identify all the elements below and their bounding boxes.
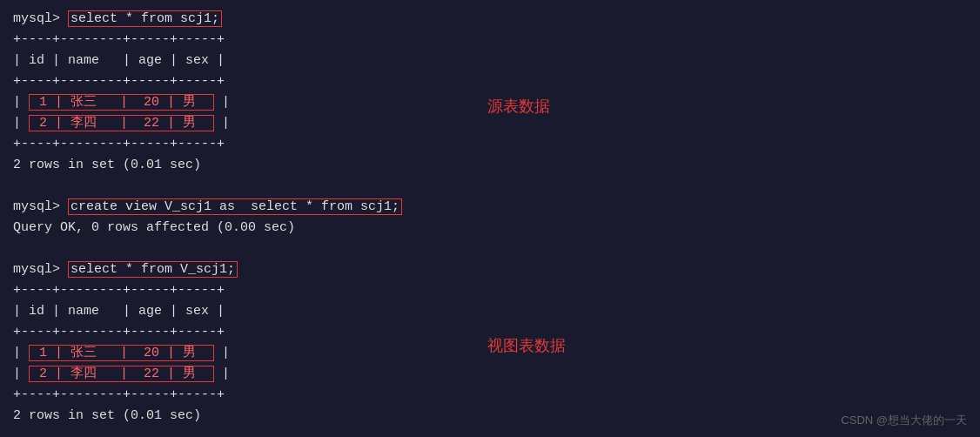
- data-cell-3: 1 | 张三 | 20 | 男: [29, 345, 214, 361]
- query-ok: Query OK, 0 rows affected (0.00 sec): [13, 218, 967, 239]
- rows-info-2: 2 rows in set (0.01 sec): [13, 406, 967, 427]
- prompt-2: mysql>: [13, 199, 68, 214]
- data-cell-2: 2 | 李四 | 22 | 男: [29, 115, 214, 131]
- cmd-1: select * from scj1;: [68, 10, 222, 27]
- cmd-3: select * from V_scj1;: [68, 261, 238, 278]
- table-border-4: +----+--------+-----+-----+: [13, 280, 967, 301]
- view-label: 视图表数据: [487, 335, 566, 356]
- blank-2: [13, 239, 967, 259]
- table-border-2: +----+--------+-----+-----+: [13, 71, 967, 92]
- prompt-3: mysql>: [13, 262, 68, 277]
- prompt-1: mysql>: [13, 11, 68, 26]
- line-1: mysql> select * from scj1;: [13, 9, 967, 30]
- csdn-watermark: CSDN @想当大佬的一天: [841, 413, 967, 428]
- terminal: mysql> select * from scj1; +----+-------…: [0, 0, 980, 437]
- table-border-3: +----+--------+-----+-----+: [13, 134, 967, 155]
- rows-info-1: 2 rows in set (0.01 sec): [13, 155, 967, 176]
- table-border-1: +----+--------+-----+-----+: [13, 30, 967, 50]
- cmd-2: create view V_scj1 as select * from scj1…: [68, 198, 402, 215]
- source-label: 源表数据: [487, 96, 550, 117]
- table-border-6: +----+--------+-----+-----+: [13, 385, 967, 406]
- table-header-2: | id | name | age | sex |: [13, 301, 967, 322]
- table-header-1: | id | name | age | sex |: [13, 50, 967, 71]
- data-cell-1: 1 | 张三 | 20 | 男: [29, 94, 214, 111]
- data-cell-4: 2 | 李四 | 22 | 男: [29, 366, 214, 382]
- blank-1: [13, 176, 967, 197]
- line-3: mysql> select * from V_scj1;: [13, 259, 967, 280]
- line-2: mysql> create view V_scj1 as select * fr…: [13, 197, 967, 218]
- table-data-row-4: | 2 | 李四 | 22 | 男 |: [13, 364, 967, 385]
